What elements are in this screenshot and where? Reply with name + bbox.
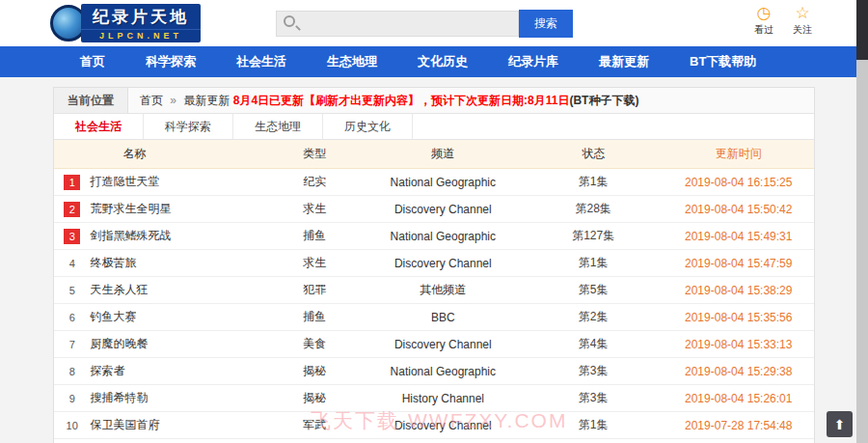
title-link[interactable]: 打造隐世天堂 xyxy=(90,175,159,188)
tab-4[interactable]: 历史文化 xyxy=(323,114,413,139)
table-row: 5天生杀人狂犯罪其他频道第5集2019-08-04 15:38:29 xyxy=(54,277,814,304)
site-header: 纪录片天地 JLPCN.NET 搜索 ◷ 看过 ☆ 关注 xyxy=(0,0,868,46)
cell-updated: 2019-08-04 15:47:59 xyxy=(663,250,814,277)
cell-type: 军武 xyxy=(267,412,363,439)
table-row: 6钓鱼大赛捕鱼BBC第2集2019-08-04 15:35:56 xyxy=(54,304,814,331)
tab-3[interactable]: 生态地理 xyxy=(233,114,323,139)
tab-1[interactable]: 社会生活 xyxy=(54,114,144,139)
main-nav: 首页科学探索社会生活生态地理文化历史纪录片库最新更新BT下载帮助 xyxy=(0,46,868,77)
col-name: 名称 xyxy=(90,140,266,169)
cell-status: 第2集 xyxy=(524,304,664,331)
cell-updated: 2019-07-28 15:04:34 xyxy=(663,439,814,443)
row-rank: 7 xyxy=(54,331,90,358)
nav-item-6[interactable]: 纪录片库 xyxy=(488,46,579,77)
cell-name: 钓鱼大赛 xyxy=(90,304,266,331)
cell-type: 求生 xyxy=(267,250,363,277)
nav-item-7[interactable]: 最新更新 xyxy=(579,46,669,77)
cell-name: 打造隐世天堂 xyxy=(90,169,266,196)
location-label: 当前位置 xyxy=(54,88,128,113)
tab-2[interactable]: 科学探索 xyxy=(144,114,233,139)
cell-name: 探索者 xyxy=(90,358,266,385)
nav-item-8[interactable]: BT下载帮助 xyxy=(669,46,776,77)
title-link[interactable]: 终极苦旅 xyxy=(90,256,136,269)
title-link[interactable]: 钓鱼大赛 xyxy=(90,310,136,323)
title-link[interactable]: 保卫美国首府 xyxy=(90,418,159,431)
cell-status: 第28集 xyxy=(524,196,664,223)
cell-status: 第4集 xyxy=(524,331,664,358)
row-rank: 9 xyxy=(54,385,90,412)
title-link[interactable]: 厨魔的晚餐 xyxy=(90,337,148,350)
cell-name: 保卫美国首府 xyxy=(90,412,266,439)
rank-badge: 4 xyxy=(64,256,80,271)
cell-updated: 2019-08-04 15:35:56 xyxy=(663,304,814,331)
scrollbar-thumb[interactable] xyxy=(856,0,868,60)
table-row: 8探索者揭秘National Geographic第3集2019-08-04 1… xyxy=(54,358,814,385)
update-notice: 8月4日已更新【刷新才出更新内容】，预计下次更新日期:8月11日 xyxy=(233,94,570,107)
row-rank: 10 xyxy=(54,412,90,439)
nav-item-5[interactable]: 文化历史 xyxy=(397,46,488,77)
row-rank: 2 xyxy=(54,196,90,223)
rank-badge: 10 xyxy=(64,418,80,433)
cell-name: 厨魔的晚餐 xyxy=(90,331,266,358)
row-rank: 8 xyxy=(54,358,90,385)
rank-badge: 5 xyxy=(64,283,80,298)
clock-icon: ◷ xyxy=(757,4,772,22)
cell-status: 第3集 xyxy=(524,385,664,412)
row-rank: 1 xyxy=(54,169,90,196)
row-rank: 11 xyxy=(54,439,90,443)
cell-channel: History Channel xyxy=(363,385,524,412)
breadcrumb-section[interactable]: 最新更新 xyxy=(183,94,230,107)
cell-type: 求生 xyxy=(267,196,363,223)
title-link[interactable]: 搜捕希特勒 xyxy=(90,391,148,404)
table-row: 7厨魔的晚餐美食Discovery Channel第4集2019-08-04 1… xyxy=(54,331,814,358)
rank-badge: 1 xyxy=(64,175,80,190)
col-type: 类型 xyxy=(267,140,363,169)
cell-channel: National Geographic xyxy=(363,223,524,250)
update-table: 名称 类型 频道 状态 更新时间 1打造隐世天堂纪实National Geogr… xyxy=(54,140,814,443)
follow-label: 关注 xyxy=(793,23,812,37)
cell-status: 第1集 xyxy=(524,250,664,277)
nav-item-1[interactable]: 首页 xyxy=(60,46,125,77)
breadcrumb: 首页 » 最新更新 8月4日已更新【刷新才出更新内容】，预计下次更新日期:8月1… xyxy=(128,88,638,113)
title-link[interactable]: 荒野求生全明星 xyxy=(90,202,171,215)
table-body: 1打造隐世天堂纪实National Geographic第1集2019-08-0… xyxy=(54,169,814,443)
title-link[interactable]: 天生杀人狂 xyxy=(90,283,148,296)
nav-item-3[interactable]: 社会生活 xyxy=(216,46,307,77)
row-rank: 5 xyxy=(54,277,90,304)
bt-download-note[interactable]: (BT种子下载) xyxy=(569,94,638,107)
site-logo[interactable]: 纪录片天地 JLPCN.NET xyxy=(50,4,201,42)
cell-channel: Discovery Channel xyxy=(363,250,524,277)
table-row: 10保卫美国首府军武Discovery Channel第1集2019-07-28… xyxy=(54,412,814,439)
cell-channel: Discovery Channel xyxy=(363,196,524,223)
cell-updated: 2019-08-04 15:33:13 xyxy=(663,331,814,358)
cell-name: 天生杀人狂 xyxy=(90,277,266,304)
logo-text: 纪录片天地 JLPCN.NET xyxy=(81,4,201,42)
search-input[interactable] xyxy=(276,11,519,37)
cell-status: 第1集 xyxy=(524,412,664,439)
watched-link[interactable]: ◷ 看过 xyxy=(754,4,773,37)
nav-item-4[interactable]: 生态地理 xyxy=(307,46,397,77)
rank-badge: 9 xyxy=(64,391,80,406)
rank-badge: 6 xyxy=(64,310,80,325)
cell-updated: 2019-08-04 15:49:31 xyxy=(663,223,814,250)
table-row: 3剑指黑鳍殊死战捕鱼National Geographic第127集2019-0… xyxy=(54,223,814,250)
title-link[interactable]: 探索者 xyxy=(90,364,124,377)
cell-type: 捕鱼 xyxy=(267,304,363,331)
cell-channel: Discovery Channel xyxy=(363,439,524,443)
back-to-top-button[interactable]: ⬆ xyxy=(827,411,853,437)
title-link[interactable]: 剑指黑鳍殊死战 xyxy=(90,229,171,242)
cell-type: 美食 xyxy=(267,331,363,358)
content-panel: 当前位置 首页 » 最新更新 8月4日已更新【刷新才出更新内容】，预计下次更新日… xyxy=(53,87,815,443)
quick-links: ◷ 看过 ☆ 关注 xyxy=(754,4,812,37)
follow-link[interactable]: ☆ 关注 xyxy=(793,4,812,37)
cell-updated: 2019-08-04 15:29:38 xyxy=(663,358,814,385)
nav-item-2[interactable]: 科学探索 xyxy=(125,46,216,77)
scrollbar-track[interactable] xyxy=(856,0,868,443)
table-header-row: 名称 类型 频道 状态 更新时间 xyxy=(54,140,814,169)
search-button[interactable]: 搜索 xyxy=(519,10,573,38)
search-bar: 搜索 xyxy=(276,10,573,38)
star-icon: ☆ xyxy=(795,4,809,22)
cell-name: 搜捕希特勒 xyxy=(90,385,266,412)
cell-name: 终极苦旅 xyxy=(90,250,266,277)
breadcrumb-home[interactable]: 首页 xyxy=(140,94,163,107)
